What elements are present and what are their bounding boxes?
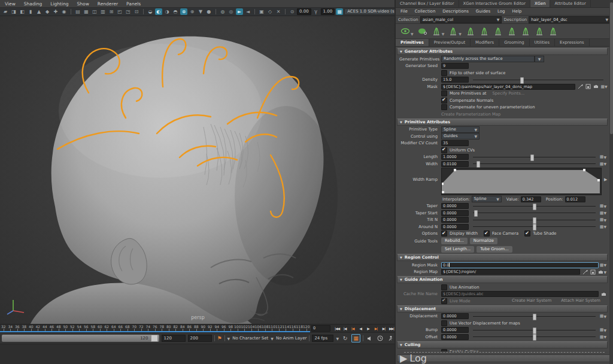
tab-channel-box[interactable]: Channel Box / Layer Editor — [396, 0, 459, 7]
displacement-slider[interactable] — [473, 314, 596, 319]
width-field[interactable]: 0.0100 — [441, 161, 469, 167]
menu-renderer[interactable]: Renderer — [98, 1, 118, 7]
taper-start-field[interactable]: 0.0000 — [441, 210, 469, 216]
density-field[interactable]: 15.0 — [441, 77, 469, 83]
outliner-pane-icon[interactable]: ⊞ — [108, 8, 115, 15]
map-icon[interactable]: ▦ — [600, 327, 604, 332]
chevron-down-icon[interactable]: ▼ — [603, 218, 606, 222]
use-animation-checkbox[interactable] — [441, 284, 447, 290]
specify-points-button[interactable]: Specify Points... — [492, 91, 524, 96]
menu-view[interactable]: View — [5, 1, 16, 7]
character-set-dropdown[interactable]: No Character Set — [232, 336, 268, 341]
section-header[interactable]: ▼ Region Control — [397, 254, 608, 261]
attributes-scroll-area[interactable]: ▼ Generator Attributes Generate Primitiv… — [396, 47, 613, 351]
tab-xgen[interactable]: XGen — [530, 0, 550, 7]
ramp-expand-icon[interactable]: ▶ — [604, 177, 607, 182]
taper-start-slider[interactable] — [473, 210, 596, 216]
tube-shade-checkbox[interactable] — [524, 230, 530, 236]
shaded-icon[interactable]: ◐ — [155, 8, 162, 15]
chevron-down-icon[interactable]: ▼ — [603, 225, 606, 229]
view-transform-icon[interactable]: ▦ — [336, 8, 343, 15]
subtab-preview-output[interactable]: Preview/Output — [429, 39, 471, 46]
region-map-field[interactable]: ${DESC}/region/ — [441, 269, 580, 275]
map-icon[interactable]: ▦ — [600, 217, 604, 222]
chevron-down-icon[interactable]: ▼ — [535, 56, 544, 62]
paint-brush-icon[interactable] — [582, 269, 588, 275]
preview-toggle-icon[interactable]: ▼ — [400, 26, 414, 36]
section-header[interactable]: ▼ Generator Attributes — [397, 48, 608, 55]
loop-playback-icon[interactable]: ↻ — [341, 335, 349, 342]
section-header[interactable]: ▼ Culling — [397, 341, 608, 348]
control-using-dropdown[interactable]: Guides▼ — [441, 133, 480, 139]
generator-seed-field[interactable]: 9 — [441, 63, 469, 69]
uniform-cvs-checkbox[interactable] — [441, 147, 447, 153]
smooth-shade-icon[interactable]: ● — [205, 8, 213, 15]
time-slider[interactable]: 3234363840424446485052545658606264666870… — [0, 324, 396, 332]
chevron-down-icon[interactable]: ▼ — [603, 314, 606, 318]
cache-file-name-field[interactable]: ${DESC}/guides.abc — [441, 291, 599, 297]
panel-resize-divider[interactable] — [404, 352, 605, 353]
two-d-pan-icon[interactable]: ▮ — [27, 8, 34, 15]
subtab-expressions[interactable]: Expressions — [555, 39, 589, 46]
mask-field[interactable]: ${DESC}/paintmaps/hair_layer_04_dens_map — [441, 84, 575, 90]
menu-log[interactable]: Log — [497, 9, 505, 14]
range-slider-handle[interactable] — [151, 335, 158, 342]
anim-layer-dropdown[interactable]: No Anim Layer — [276, 336, 306, 341]
crosshair-icon[interactable]: ✚ — [52, 8, 59, 15]
subtab-modifiers[interactable]: Modifiers — [471, 39, 499, 46]
enable-culling-checkbox[interactable] — [441, 349, 447, 351]
length-slider[interactable] — [473, 154, 596, 160]
single-pane-icon[interactable]: ▤ — [74, 8, 81, 15]
taper-field[interactable]: 0.0000 — [441, 203, 469, 209]
chevron-down-icon[interactable]: ▼ — [603, 155, 606, 159]
chevron-down-icon[interactable]: ▼ — [336, 336, 339, 341]
range-slider[interactable]: 120 — [2, 335, 159, 342]
audio-icon[interactable] — [366, 335, 374, 342]
create-guide-icon[interactable] — [466, 26, 475, 36]
convert-guides-icon[interactable] — [507, 26, 517, 36]
compensate-uneven-checkbox[interactable] — [441, 104, 447, 110]
around-n-slider[interactable] — [473, 224, 596, 229]
resolution-gate-icon[interactable]: ▣ — [258, 8, 265, 15]
subtab-primitives[interactable]: Primitives — [396, 39, 429, 46]
map-icon[interactable]: ▦ — [600, 211, 604, 216]
chevron-down-icon[interactable]: ▼ — [603, 270, 606, 274]
tab-xgen-interactive[interactable]: XGen Interactive Groom Editor — [459, 0, 530, 7]
subtab-grooming[interactable]: Grooming — [499, 39, 529, 46]
section-header[interactable]: ▼ Primitive Attributes — [397, 119, 608, 126]
chevron-down-icon[interactable]: ▼ — [603, 335, 606, 339]
save-icon[interactable] — [585, 84, 591, 89]
backface-icon[interactable]: ▼ — [197, 8, 204, 15]
animation-prefs-clock-icon[interactable] — [376, 335, 384, 342]
tilt-n-field[interactable]: 0.0000 — [441, 217, 469, 223]
menu-guides[interactable]: Guides — [476, 9, 490, 14]
menu-panels[interactable]: Panels — [126, 1, 141, 7]
render-pane-icon[interactable]: ⊡ — [133, 8, 140, 15]
menu-help[interactable]: Help — [512, 9, 522, 14]
panel-scrollbar[interactable] — [609, 0, 613, 364]
playback-button-6[interactable]: ▶| — [380, 326, 387, 330]
guide-animation-icon[interactable] — [480, 26, 489, 36]
menu-collection[interactable]: Collection — [415, 9, 436, 14]
chevron-down-icon[interactable]: ▼ — [603, 211, 606, 215]
gamma-field[interactable]: 1.00 — [321, 8, 335, 15]
section-header[interactable]: ▼ Displacement — [397, 305, 608, 313]
isolate-icon[interactable]: ⊕ — [189, 8, 196, 15]
plugin-shade-icon[interactable]: ► — [236, 8, 243, 15]
camera-icon[interactable]: ▰ — [2, 8, 9, 15]
display-width-checkbox[interactable] — [441, 230, 447, 236]
modifier-cv-count-field[interactable]: 35 — [441, 140, 469, 146]
menu-file[interactable]: File — [400, 9, 408, 14]
more-primitives-checkbox[interactable] — [441, 90, 447, 96]
four-pane-icon[interactable]: ▦ — [83, 8, 90, 15]
focus-icon[interactable]: ◉ — [60, 8, 68, 15]
bookmark-icon[interactable]: ◨ — [10, 8, 17, 15]
region-mask-field[interactable]: 0.0 — [441, 262, 599, 268]
map-icon[interactable]: ▦ — [600, 162, 604, 166]
live-mode-checkbox[interactable] — [441, 298, 447, 304]
create-parameterization-button[interactable]: Create Parameterization Map — [441, 112, 500, 117]
tab-attribute-editor[interactable]: Attribute Editor — [550, 0, 590, 7]
attach-hair-system-button[interactable]: Attach Hair System — [557, 298, 604, 304]
playback-button-0[interactable]: |◀◀ — [333, 326, 341, 330]
offset-slider[interactable] — [473, 334, 596, 339]
